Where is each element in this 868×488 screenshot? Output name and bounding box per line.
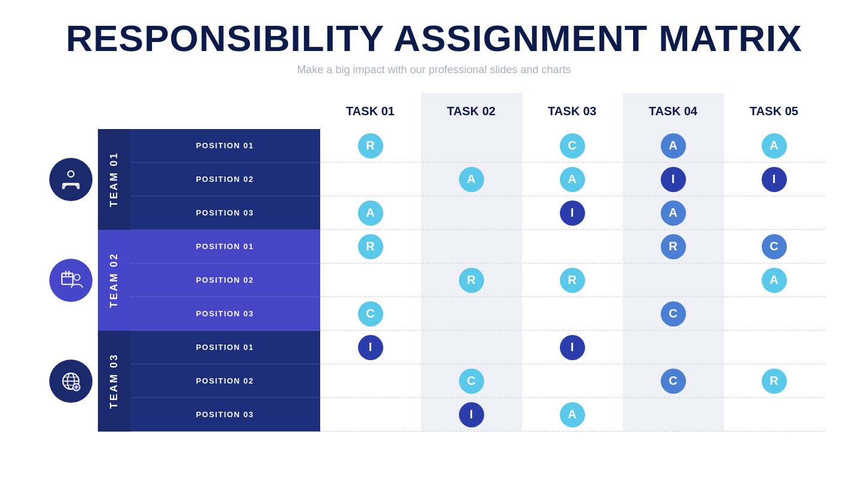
- grid-body: RCAAAAIIAIARRCRRACCIICCRIA: [320, 129, 825, 432]
- page-subtitle: Make a big impact with our professional …: [297, 64, 571, 76]
- position-cell-t3-p1: POSITION 01: [130, 331, 320, 364]
- grid-cell-t1-r2-c5: I: [724, 163, 825, 196]
- team-icon-col-1: [44, 129, 98, 230]
- team-icon-circle-1: [49, 158, 93, 201]
- position-cell-t3-p3: POSITION 03: [130, 398, 320, 432]
- task-header-4: TASK 04: [623, 93, 724, 129]
- grid-cell-t2-r2-c2: R: [421, 264, 522, 297]
- grid-row-t2-r1: RRC: [320, 230, 825, 264]
- grid-cell-t2-r1-c3: [522, 230, 623, 263]
- grid-cell-t3-r1-c3: I: [522, 331, 623, 364]
- grid-cell-t1-r2-c3: A: [522, 163, 623, 196]
- raci-badge: A: [661, 133, 686, 158]
- raci-badge: C: [358, 301, 383, 327]
- positions-col-2: POSITION 01POSITION 02POSITION 03: [130, 230, 320, 331]
- position-cell-t1-p3: POSITION 03: [130, 196, 320, 230]
- grid-cell-t2-r3-c1: C: [320, 297, 421, 330]
- grid-cell-t3-r3-c5: [724, 398, 825, 431]
- grid-cell-t2-r1-c5: C: [724, 230, 825, 263]
- grid-cell-t1-r1-c5: A: [724, 129, 825, 162]
- grid-cell-t1-r1-c1: R: [320, 129, 421, 162]
- grid-cell-t3-r1-c1: I: [320, 331, 421, 364]
- grid-cell-t3-r2-c3: [522, 364, 623, 397]
- grid-cell-t1-r2-c1: [320, 163, 421, 196]
- grid-cell-t2-r3-c5: [724, 297, 825, 330]
- grid-cell-t3-r2-c5: R: [724, 364, 825, 397]
- position-cell-t2-p1: POSITION 01: [130, 230, 320, 264]
- grid-cell-t2-r3-c3: [522, 297, 623, 330]
- grid-cell-t1-r3-c2: [421, 196, 522, 229]
- grid-cell-t1-r2-c2: A: [421, 163, 522, 196]
- grid-row-t1-r1: RCAA: [320, 129, 825, 163]
- grid-cell-t3-r3-c4: [623, 398, 724, 431]
- task-header-3: TASK 03: [522, 93, 623, 129]
- team-block-2: TEAM 02POSITION 01POSITION 02POSITION 03: [44, 230, 320, 331]
- raci-badge: C: [560, 133, 585, 158]
- grid-cell-t1-r1-c3: C: [522, 129, 623, 162]
- team-label-1: TEAM 01: [98, 129, 130, 230]
- grid-cell-t3-r3-c2: I: [421, 398, 522, 431]
- raci-badge: C: [661, 369, 686, 394]
- raci-badge: C: [762, 234, 787, 259]
- raci-badge: I: [459, 402, 484, 427]
- grid-cell-t3-r2-c4: C: [623, 364, 724, 397]
- team-label-3: TEAM 03: [98, 331, 130, 432]
- svg-rect-1: [62, 184, 79, 185]
- task-header-2: TASK 02: [421, 93, 522, 129]
- right-section: TASK 01TASK 02TASK 03TASK 04TASK 05 RCAA…: [320, 93, 825, 432]
- grid-cell-t1-r3-c4: A: [623, 196, 724, 229]
- raci-badge: I: [762, 167, 787, 192]
- position-cell-t2-p3: POSITION 03: [130, 297, 320, 331]
- grid-cell-t1-r3-c5: [724, 196, 825, 229]
- team-block-3: TEAM 03POSITION 01POSITION 02POSITION 03: [44, 331, 320, 432]
- svg-rect-4: [62, 274, 73, 285]
- svg-point-0: [68, 171, 74, 177]
- raci-badge: A: [762, 268, 787, 293]
- raci-badge: R: [358, 133, 383, 158]
- grid-cell-t2-r1-c4: R: [623, 230, 724, 263]
- team-block-1: TEAM 01POSITION 01POSITION 02POSITION 03: [44, 129, 320, 230]
- grid-cell-t2-r2-c4: [623, 264, 724, 297]
- grid-row-t3-r1: II: [320, 331, 825, 364]
- matrix-container: TEAM 01POSITION 01POSITION 02POSITION 03…: [44, 93, 825, 432]
- positions-col-3: POSITION 01POSITION 02POSITION 03: [130, 331, 320, 432]
- team-icon-col-3: [44, 331, 98, 432]
- raci-badge: I: [560, 200, 585, 226]
- grid-cell-t2-r2-c5: A: [724, 264, 825, 297]
- team-icon-col-2: [44, 230, 98, 331]
- raci-badge: C: [459, 369, 484, 394]
- raci-badge: R: [358, 234, 383, 259]
- raci-badge: A: [358, 200, 383, 226]
- grid-row-t3-r3: IA: [320, 398, 825, 432]
- team-label-2: TEAM 02: [98, 230, 130, 331]
- grid-cell-t1-r3-c1: A: [320, 196, 421, 229]
- raci-badge: C: [661, 301, 686, 327]
- grid-cell-t3-r1-c4: [623, 331, 724, 364]
- task-header-5: TASK 05: [724, 93, 825, 129]
- grid-cell-t1-r3-c3: I: [522, 196, 623, 229]
- grid-cell-t1-r2-c4: I: [623, 163, 724, 196]
- grid-cell-t2-r3-c2: [421, 297, 522, 330]
- raci-badge: A: [459, 167, 484, 192]
- grid-row-t2-r3: CC: [320, 297, 825, 331]
- grid-cell-t2-r2-c3: R: [522, 264, 623, 297]
- left-section: TEAM 01POSITION 01POSITION 02POSITION 03…: [44, 93, 320, 432]
- grid-cell-t3-r1-c5: [724, 331, 825, 364]
- raci-badge: A: [762, 133, 787, 158]
- raci-badge: I: [560, 335, 585, 360]
- svg-point-8: [74, 274, 80, 280]
- position-cell-t2-p2: POSITION 02: [130, 264, 320, 297]
- grid-row-t1-r2: AAII: [320, 163, 825, 196]
- page-title: RESPONSIBILITY ASSIGNMENT MATRIX: [65, 18, 802, 59]
- raci-badge: R: [560, 268, 585, 293]
- grid-row-t1-r3: AIA: [320, 196, 825, 230]
- grid-cell-t2-r1-c1: R: [320, 230, 421, 263]
- grid-cell-t3-r2-c1: [320, 364, 421, 397]
- grid-row-t3-r2: CCR: [320, 364, 825, 398]
- team-icon-circle-3: [49, 360, 93, 403]
- team-icon-circle-2: [49, 259, 93, 302]
- grid-cell-t2-r3-c4: C: [623, 297, 724, 330]
- position-cell-t3-p2: POSITION 02: [130, 364, 320, 398]
- task-headers: TASK 01TASK 02TASK 03TASK 04TASK 05: [320, 93, 825, 129]
- raci-badge: A: [560, 402, 585, 427]
